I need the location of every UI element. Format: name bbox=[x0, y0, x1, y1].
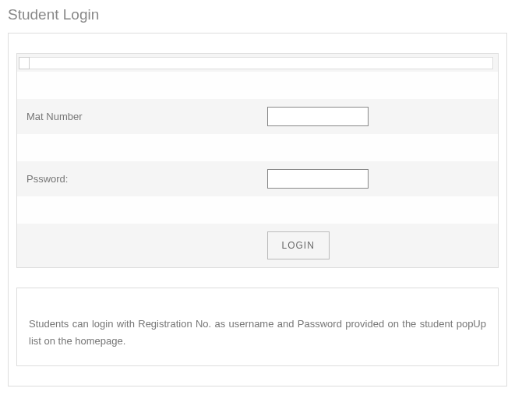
login-outer-panel: Mat Number Pssword: LOGIN bbox=[8, 33, 507, 386]
mat-number-input[interactable] bbox=[267, 107, 369, 126]
spacer-row bbox=[17, 196, 498, 224]
page-title: Student Login bbox=[0, 0, 515, 33]
header-box-icon bbox=[19, 57, 30, 69]
empty-cell bbox=[17, 224, 258, 267]
form-header-bar bbox=[17, 54, 498, 72]
password-label: Pssword: bbox=[17, 161, 258, 196]
mat-number-label: Mat Number bbox=[17, 99, 258, 134]
login-form-panel: Mat Number Pssword: LOGIN bbox=[16, 53, 499, 268]
info-panel: Students can login with Registration No.… bbox=[16, 288, 499, 366]
spacer-row bbox=[17, 72, 498, 99]
header-bar-line bbox=[30, 57, 493, 69]
info-text: Students can login with Registration No.… bbox=[29, 316, 486, 350]
spacer-row bbox=[17, 134, 498, 161]
login-button[interactable]: LOGIN bbox=[267, 231, 330, 259]
password-input[interactable] bbox=[267, 169, 369, 189]
login-form-table: Mat Number Pssword: LOGIN bbox=[17, 54, 498, 267]
